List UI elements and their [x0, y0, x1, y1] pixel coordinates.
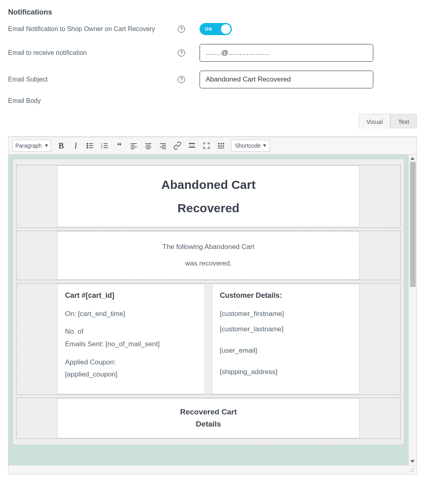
row-email-to: Email to receive notification ? [8, 44, 417, 62]
svg-rect-29 [223, 143, 224, 144]
toggle-knob [221, 24, 231, 34]
row-email-subject: Email Subject ? [8, 71, 417, 88]
svg-point-38 [411, 471, 412, 472]
align-right-button[interactable] [156, 140, 170, 152]
customer-email: [user_email] [220, 345, 352, 357]
intro-line1: The following Abandoned Cart [65, 239, 352, 255]
vertical-scrollbar[interactable] [408, 155, 417, 465]
help-icon[interactable]: ? [178, 25, 185, 33]
customer-shipping: [shipping_address] [220, 366, 352, 379]
svg-text:3: 3 [101, 146, 102, 149]
two-column-row: Cart #[cart_id] On: [cart_end_time] No. … [57, 284, 360, 394]
label-email-notification: Email Notification to Shop Owner on Cart… [8, 25, 178, 33]
resize-grip-icon[interactable] [409, 466, 414, 473]
recovered-cart-box: Recovered Cart Details [57, 398, 360, 438]
customer-details-box: Customer Details: [customer_firstname] [… [212, 284, 360, 394]
toggle-email-notification[interactable]: ON [200, 23, 232, 35]
svg-point-0 [87, 143, 88, 144]
help-icon[interactable]: ? [178, 49, 185, 56]
template-outer: Abandoned Cart Recovered The following A… [13, 159, 404, 445]
input-email-subject[interactable] [200, 71, 373, 88]
template-intro-box: The following Abandoned Cart was recover… [57, 231, 360, 280]
row-email-body: Email Body [8, 97, 417, 105]
cart-on: On: [cart_end_time] [65, 308, 197, 320]
editor-statusbar [8, 465, 417, 474]
template-header-section: Abandoned Cart Recovered [16, 165, 401, 228]
svg-point-35 [411, 469, 412, 470]
italic-button[interactable]: I [69, 140, 82, 152]
template-intro-section: The following Abandoned Cart was recover… [16, 230, 401, 280]
format-select-label: Paragraph [15, 142, 42, 149]
template-recovered-section: Recovered Cart Details [16, 397, 401, 439]
template-title-line2: Recovered [65, 197, 352, 220]
svg-rect-27 [218, 143, 219, 144]
customer-title: Customer Details: [220, 291, 352, 300]
shortcode-select-label: Shortcode [235, 142, 261, 149]
svg-point-37 [410, 471, 410, 472]
align-left-button[interactable] [127, 140, 141, 152]
svg-point-39 [413, 471, 414, 472]
recovered-line1: Recovered Cart [65, 406, 352, 418]
editor-canvas[interactable]: Abandoned Cart Recovered The following A… [8, 155, 408, 465]
template-title-line1: Abandoned Cart [65, 173, 352, 197]
cart-coupon-2: [applied_coupon] [65, 368, 197, 381]
label-email-to: Email to receive notification [8, 49, 178, 56]
align-center-button[interactable] [141, 140, 155, 152]
editor: Paragraph B I 123 “ [8, 136, 417, 475]
editor-toolbar: Paragraph B I 123 “ [8, 137, 417, 155]
input-email-to[interactable] [200, 44, 373, 62]
cart-noof-2: Emails Sent: [no_of_mail_sent] [65, 338, 197, 351]
toggle-state-text: ON [200, 27, 212, 31]
svg-rect-32 [223, 145, 224, 146]
svg-rect-31 [221, 145, 222, 146]
scroll-up-icon [410, 157, 414, 160]
label-email-body: Email Body [8, 97, 178, 105]
numbered-list-button[interactable]: 123 [98, 140, 112, 152]
fullscreen-button[interactable] [200, 140, 213, 152]
scroll-thumb[interactable] [410, 162, 416, 287]
blockquote-button[interactable]: “ [112, 140, 126, 152]
shortcode-select[interactable]: Shortcode [231, 140, 270, 152]
caret-down-icon [45, 144, 48, 147]
insert-more-button[interactable] [185, 140, 199, 152]
bold-button[interactable]: B [54, 140, 68, 152]
toolbar-toggle-button[interactable] [214, 140, 228, 152]
scroll-down-icon [410, 460, 414, 463]
cart-noof-1: No. of [65, 326, 197, 338]
caret-down-icon [263, 144, 266, 147]
bullet-list-button[interactable] [83, 140, 97, 152]
svg-point-34 [413, 468, 414, 468]
svg-rect-28 [221, 143, 222, 144]
customer-firstname: [customer_firstname] [220, 308, 352, 320]
tab-visual[interactable]: Visual [359, 114, 391, 129]
cart-coupon-1: Applied Coupon: [65, 356, 197, 369]
intro-line2: was recovered. [65, 255, 352, 272]
svg-point-4 [87, 147, 88, 148]
editor-canvas-wrap: Abandoned Cart Recovered The following A… [8, 155, 417, 465]
label-email-subject: Email Subject [8, 76, 178, 83]
customer-lastname: [customer_lastname] [220, 323, 352, 336]
recovered-line2: Details [65, 418, 352, 430]
svg-point-36 [413, 469, 414, 470]
tab-text[interactable]: Text [390, 114, 417, 129]
section-title: Notifications [8, 8, 417, 17]
svg-rect-24 [189, 143, 195, 144]
template-details-section: Cart #[cart_id] On: [cart_end_time] No. … [16, 283, 401, 395]
editor-tabs: Visual Text [8, 113, 417, 128]
help-icon[interactable]: ? [178, 76, 185, 83]
link-button[interactable] [170, 140, 184, 152]
svg-point-2 [87, 145, 88, 146]
svg-rect-25 [189, 145, 195, 146]
svg-rect-26 [189, 147, 195, 148]
format-select[interactable]: Paragraph [13, 140, 51, 152]
cart-title: Cart #[cart_id] [65, 291, 197, 300]
svg-rect-33 [218, 148, 224, 148]
template-header-box: Abandoned Cart Recovered [57, 165, 360, 227]
svg-rect-30 [218, 145, 219, 146]
cart-details-box: Cart #[cart_id] On: [cart_end_time] No. … [57, 284, 205, 394]
row-email-notification-toggle: Email Notification to Shop Owner on Cart… [8, 23, 417, 35]
